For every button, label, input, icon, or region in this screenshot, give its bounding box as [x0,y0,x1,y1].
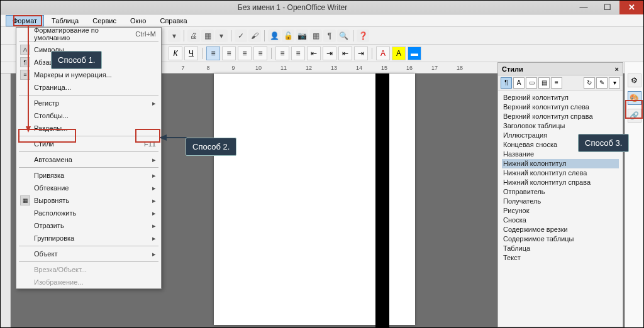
styles-panel-title: Стили [502,65,523,73]
menu-item[interactable]: Обтекание▸ [16,182,161,194]
highlight-button[interactable]: A [392,46,406,60]
callout-3: Способ 3. [578,134,629,152]
style-item[interactable]: Заголовок таблицы [502,121,619,131]
menu-item[interactable]: Разделы... [16,122,161,134]
style-item[interactable]: Получатель [502,197,619,206]
indent-button[interactable]: ⇥ [354,46,368,60]
style-item[interactable]: Текст [502,253,619,263]
align-justify-button[interactable]: ≡ [253,46,267,60]
minimize-button[interactable]: — [572,1,596,14]
style-item[interactable]: Нижний колонтитул слева [502,168,619,178]
menu-item[interactable]: Расположить▸ [16,207,161,219]
menu-item[interactable]: Страница... [16,81,161,94]
toolbar-icon[interactable]: ▦ [201,30,214,42]
menu-item[interactable]: ≡Маркеры и нумерация... [16,68,161,81]
style-item[interactable]: Таблица [502,244,619,253]
left-gutter [1,74,11,327]
styles-list[interactable]: Верхний колонтитулВерхний колонтитул сле… [498,90,623,265]
maximize-button[interactable]: ☐ [596,1,619,14]
sidebar-styles-icon[interactable]: 🎨 [628,91,641,105]
indent-button[interactable]: ⇤ [338,46,352,60]
style-item[interactable]: Нижний колонтитул [502,159,619,168]
style-item[interactable]: Содержимое таблицы [502,234,619,244]
menu-item[interactable]: СтилиF11 [16,138,161,150]
style-item[interactable]: Отправитель [502,187,619,197]
callout-1: Способ 1. [51,51,102,69]
style-item[interactable]: Верхний колонтитул [502,93,619,102]
fill-format-icon[interactable]: ↻ [584,77,595,89]
italic-button[interactable]: К [169,46,182,60]
toolbar-icon[interactable]: 👤 [268,30,280,42]
list-button[interactable]: ≡ [275,46,289,60]
underline-button[interactable]: Ч [184,46,198,60]
style-item[interactable]: Верхний колонтитул слева [502,102,619,112]
style-item[interactable]: Верхний колонтитул справа [502,112,619,121]
frame-styles-icon[interactable]: ▭ [526,77,537,89]
menu-item[interactable]: Объект▸ [16,248,161,260]
sidebar-gallery-icon[interactable]: 🔗 [628,109,641,123]
menu-item[interactable]: Регистр▸ [16,97,161,109]
toolbar-icon[interactable]: ✓ [235,30,247,42]
callout-2: Способ 2. [186,138,236,156]
toolbar-icon[interactable]: 📷 [296,30,308,42]
align-left-button[interactable]: ≡ [206,46,220,60]
new-style-icon[interactable]: ✎ [596,77,608,89]
menu-item[interactable]: Группировка▸ [16,232,161,244]
menu-item[interactable]: Автозамена▸ [16,153,161,166]
style-item[interactable]: Нижний колонтитул справа [502,178,619,187]
menu-item-default-formatting[interactable]: Форматирование по умолчанию Ctrl+M [16,28,161,40]
para-styles-icon[interactable]: ¶ [501,77,512,89]
menu-item[interactable]: Привязка▸ [16,169,161,182]
menu-tools[interactable]: Сервис [86,16,123,26]
style-item[interactable]: Сноска [502,216,619,225]
menu-item[interactable]: Столбцы... [16,109,161,122]
menu-item[interactable]: ▦Выровнять▸ [16,194,161,207]
toolbar-icon[interactable]: 🖨 [187,30,200,42]
menu-item: Врезка/Объект... [16,263,161,276]
indent-dec-button[interactable]: ⇤ [307,46,321,60]
toolbar-icon[interactable]: ▦ [309,30,322,42]
align-center-button[interactable]: ≡ [222,46,236,60]
menu-item: Изображение... [16,276,161,288]
menubar: Формат Таблица Сервис Окно Справка [1,14,643,27]
toolbar-icon[interactable]: 🖌 [248,30,261,42]
char-styles-icon[interactable]: A [513,77,525,89]
menu-item[interactable]: Отразить▸ [16,219,161,232]
sidebar: ⚙ 🎨 🔗 [625,62,643,327]
menu-format[interactable]: Формат [6,15,44,26]
bgcolor-button[interactable]: ▬ [408,46,421,60]
align-right-button[interactable]: ≡ [238,46,252,60]
style-item[interactable]: Рисунок [502,206,619,216]
list-styles-icon[interactable]: ≡ [551,77,562,89]
font-color-button[interactable]: A [376,46,390,60]
toolbar-icon[interactable]: ▾ [168,30,180,42]
toolbar-icon[interactable]: 🔓 [282,30,294,42]
styles-panel-toolbar: ¶ A ▭ ▤ ≡ ↻ ✎ ▾ [498,75,623,90]
toolbar-icon[interactable]: ▾ [215,30,228,42]
sidebar-properties-icon[interactable]: ⚙ [628,74,641,87]
toolbar-icon[interactable]: ❓ [357,30,369,42]
styles-panel-header: Стили × [498,63,623,75]
menu-table[interactable]: Таблица [45,16,85,26]
toolbar-icon[interactable]: ¶ [323,30,336,42]
list-button[interactable]: ≡ [291,46,305,60]
indent-inc-button[interactable]: ⇥ [323,46,336,60]
styles-panel-close[interactable]: × [615,65,619,73]
toolbar-icon[interactable]: 🔍 [337,30,350,42]
styles-panel: Стили × ¶ A ▭ ▤ ≡ ↻ ✎ ▾ Верхний колонтит… [497,62,623,327]
menu-window[interactable]: Окно [124,16,153,26]
titlebar: Без имени 1 - OpenOffice Writer — ☐ ✕ [1,1,643,14]
style-item[interactable]: Содержимое врезки [502,225,619,234]
style-dropdown-icon[interactable]: ▾ [609,77,620,89]
close-button[interactable]: ✕ [619,1,643,14]
page-styles-icon[interactable]: ▤ [538,77,550,89]
menu-help[interactable]: Справка [153,16,193,26]
window-title: Без имени 1 - OpenOffice Writer [13,3,572,12]
